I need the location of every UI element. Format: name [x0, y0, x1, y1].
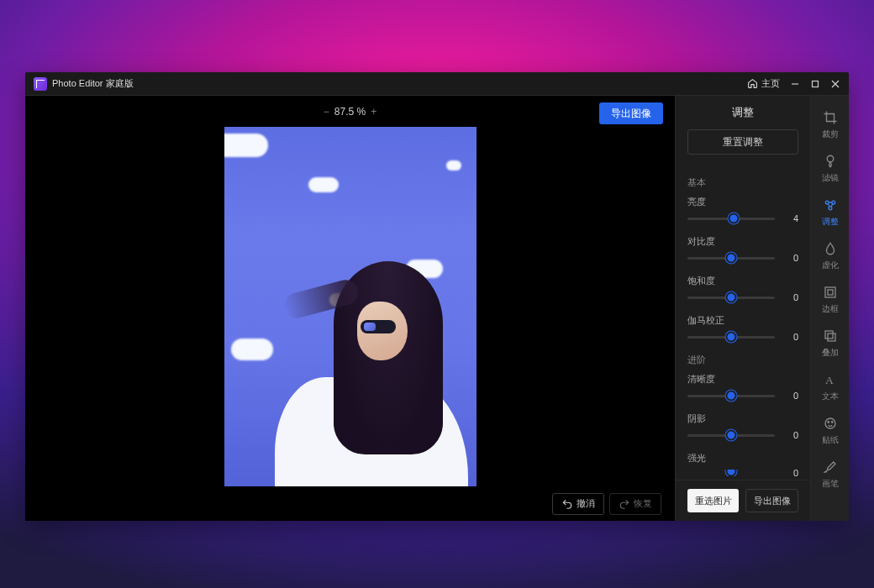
- svg-rect-14: [828, 333, 835, 341]
- slider-label: 饱和度: [687, 275, 798, 287]
- slider-track[interactable]: [687, 476, 775, 477]
- app-body: − 87.5 % + 导出图像: [25, 96, 849, 521]
- slider-thumb[interactable]: [726, 292, 737, 303]
- tool-sticker[interactable]: 贴纸: [811, 410, 850, 452]
- slider-track[interactable]: [687, 395, 775, 397]
- slider-thumb[interactable]: [726, 430, 737, 441]
- tool-label: 叠加: [822, 347, 839, 359]
- redo-icon: [619, 498, 630, 510]
- reselect-button[interactable]: 重选图片: [687, 489, 739, 512]
- svg-line-9: [828, 204, 829, 207]
- section-advanced: 进阶: [687, 354, 798, 366]
- canvas-area: − 87.5 % + 导出图像: [25, 96, 675, 521]
- slider-saturation: 饱和度 0: [687, 275, 798, 302]
- text-icon: A: [823, 372, 838, 387]
- app-icon: [34, 77, 47, 91]
- slider-track[interactable]: [687, 434, 775, 437]
- window-controls: [785, 72, 845, 96]
- blur-icon: [823, 241, 838, 256]
- sticker-icon: [823, 416, 838, 431]
- slider-contrast: 对比度 0: [687, 235, 798, 263]
- slider-clarity: 清晰度 0: [687, 373, 798, 401]
- home-label: 主页: [761, 77, 780, 90]
- redo-button: 恢复: [609, 493, 661, 515]
- home-icon: [747, 78, 758, 89]
- slider-value: 0: [783, 391, 798, 401]
- svg-rect-13: [825, 331, 833, 339]
- slider-value: 0: [783, 470, 798, 476]
- minimize-button[interactable]: [785, 72, 805, 96]
- tool-label: 贴纸: [822, 434, 839, 446]
- tool-label: 调整: [822, 216, 839, 228]
- tool-crop[interactable]: 裁剪: [811, 104, 850, 146]
- slider-value: 0: [783, 292, 798, 302]
- svg-point-17: [828, 422, 829, 423]
- slider-label: 对比度: [687, 235, 798, 248]
- tool-text[interactable]: A 文本: [811, 366, 850, 408]
- panel-title: 调整: [676, 96, 810, 129]
- zoom-value: 87.5 %: [334, 106, 366, 118]
- export-button-top[interactable]: 导出图像: [599, 102, 663, 124]
- slider-thumb[interactable]: [726, 391, 737, 402]
- slider-thumb[interactable]: [726, 332, 737, 343]
- slider-track[interactable]: [687, 336, 775, 339]
- reset-button[interactable]: 重置调整: [687, 129, 798, 155]
- tool-label: 边框: [822, 303, 839, 315]
- export-button-bottom[interactable]: 导出图像: [745, 489, 798, 512]
- tool-label: 文本: [822, 391, 839, 402]
- slider-track[interactable]: [687, 257, 775, 260]
- slider-brightness: 亮度 4: [687, 196, 798, 223]
- tool-label: 滤镜: [822, 172, 839, 184]
- tool-filter[interactable]: 滤镜: [811, 148, 850, 190]
- svg-text:A: A: [825, 374, 834, 386]
- panel-body[interactable]: 重置调整 基本 亮度 4 对比度 0: [676, 129, 810, 480]
- section-basic: 基本: [687, 176, 798, 189]
- border-icon: [823, 285, 838, 300]
- slider-shadows: 阴影 0: [687, 412, 798, 440]
- slider-value: 4: [783, 213, 798, 223]
- overlay-icon: [823, 328, 838, 344]
- panel-footer: 重选图片 导出图像: [676, 480, 810, 521]
- slider-thumb[interactable]: [729, 213, 740, 224]
- svg-point-18: [831, 422, 833, 423]
- filter-icon: [823, 154, 838, 169]
- tool-brush[interactable]: 画笔: [811, 454, 850, 496]
- svg-rect-12: [828, 290, 833, 295]
- photo-preview: [224, 127, 476, 486]
- crop-icon: [823, 110, 838, 125]
- slider-highlights: 强光 0: [687, 452, 798, 476]
- zoom-control[interactable]: − 87.5 % +: [324, 106, 376, 118]
- canvas-viewport[interactable]: [25, 127, 675, 486]
- slider-gamma: 伽马校正 0: [687, 314, 798, 342]
- slider-label: 清晰度: [687, 373, 798, 386]
- undo-button[interactable]: 撤消: [552, 493, 604, 515]
- svg-line-10: [830, 204, 832, 207]
- maximize-button[interactable]: [805, 72, 825, 96]
- canvas-footer: 撤消 恢复: [25, 486, 675, 521]
- tool-blur[interactable]: 虚化: [811, 235, 850, 277]
- slider-label: 亮度: [687, 196, 798, 208]
- slider-track[interactable]: [687, 218, 775, 220]
- tool-adjust[interactable]: 调整: [811, 192, 850, 234]
- tool-label: 画笔: [822, 478, 839, 490]
- zoom-in-icon[interactable]: +: [371, 106, 376, 118]
- slider-track[interactable]: [687, 297, 775, 299]
- titlebar: Photo Editor 家庭版 主页: [25, 72, 849, 96]
- slider-value: 0: [783, 430, 798, 440]
- svg-rect-1: [813, 81, 819, 87]
- tool-overlay[interactable]: 叠加: [811, 323, 850, 365]
- redo-label: 恢复: [634, 497, 652, 510]
- tool-sidebar: 裁剪 滤镜 调整 虚化 边框 叠加 A: [810, 96, 849, 521]
- zoom-out-icon[interactable]: −: [324, 106, 329, 118]
- home-link[interactable]: 主页: [742, 77, 785, 90]
- tool-label: 虚化: [822, 260, 839, 271]
- close-button[interactable]: [825, 72, 845, 96]
- tool-border[interactable]: 边框: [811, 279, 850, 321]
- undo-label: 撤消: [577, 497, 595, 510]
- adjust-panel: 调整 重置调整 基本 亮度 4 对比度 0: [675, 96, 810, 521]
- slider-label: 强光: [687, 452, 798, 465]
- slider-thumb[interactable]: [726, 470, 737, 476]
- slider-thumb[interactable]: [726, 253, 737, 264]
- app-title: Photo Editor 家庭版: [52, 77, 134, 90]
- svg-rect-11: [825, 287, 835, 297]
